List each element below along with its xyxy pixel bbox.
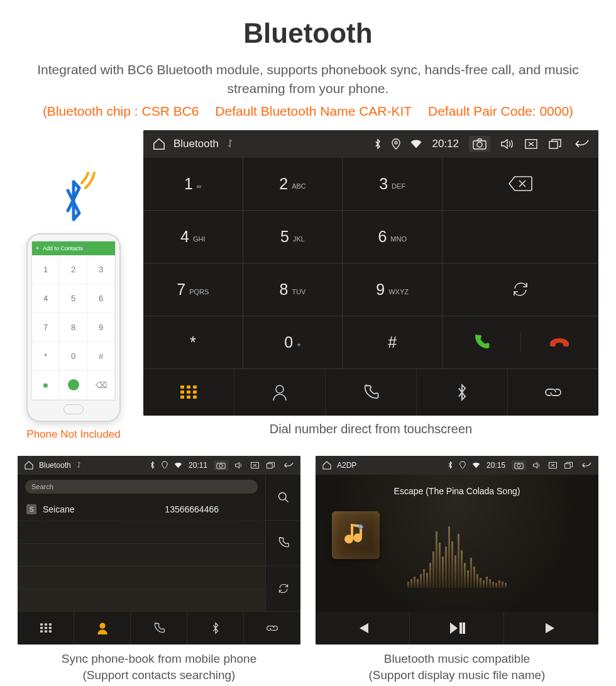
svg-rect-6 bbox=[187, 385, 190, 389]
key-0[interactable]: 0+ bbox=[243, 316, 343, 369]
tab-link[interactable] bbox=[508, 369, 598, 416]
back-icon[interactable] bbox=[282, 462, 294, 469]
location-icon bbox=[162, 461, 168, 469]
side-search-button[interactable] bbox=[266, 475, 300, 521]
close-window-icon[interactable] bbox=[524, 138, 538, 150]
svg-rect-21 bbox=[44, 623, 47, 625]
camera-icon[interactable] bbox=[469, 136, 490, 152]
svg-rect-35 bbox=[463, 622, 465, 634]
svg-point-0 bbox=[395, 141, 397, 144]
next-track-button[interactable] bbox=[504, 612, 598, 645]
backspace-button[interactable] bbox=[443, 158, 598, 211]
tab-bluetooth[interactable] bbox=[417, 369, 508, 416]
svg-rect-25 bbox=[48, 627, 51, 629]
track-title: Escape (The Pina Colada Song) bbox=[394, 486, 520, 496]
key-2[interactable]: 2ABC bbox=[243, 158, 343, 211]
recent-apps-icon[interactable] bbox=[548, 138, 562, 150]
tab-bluetooth[interactable] bbox=[187, 612, 244, 645]
svg-point-14 bbox=[276, 385, 283, 393]
svg-rect-4 bbox=[549, 141, 558, 148]
svg-rect-23 bbox=[40, 627, 43, 629]
volume-icon[interactable] bbox=[500, 138, 514, 150]
svg-point-31 bbox=[517, 464, 520, 467]
dialer-screen: Bluetooth 20:12 1∞2ABC3 bbox=[143, 130, 598, 416]
back-icon[interactable] bbox=[580, 462, 592, 469]
contacts-search[interactable]: Search bbox=[25, 480, 258, 494]
home-icon[interactable] bbox=[24, 460, 34, 470]
prev-track-button[interactable] bbox=[316, 612, 410, 645]
key-*[interactable]: * bbox=[143, 316, 243, 369]
wifi-icon bbox=[410, 140, 422, 148]
key-6[interactable]: 6MNO bbox=[343, 211, 443, 263]
dial-keypad: 1∞2ABC3DEF4GHI5JKL6MNO7PQRS8TUV9WXYZ*0+# bbox=[143, 158, 443, 369]
key-9[interactable]: 9WXYZ bbox=[343, 263, 443, 316]
close-window-icon[interactable] bbox=[548, 462, 558, 469]
contact-row-empty bbox=[18, 544, 265, 567]
album-art-icon bbox=[332, 511, 380, 559]
page-title: Bluetooth bbox=[18, 18, 598, 49]
music-status-bar: A2DP 20:15 bbox=[316, 456, 598, 475]
wifi-icon bbox=[174, 462, 182, 468]
key-1[interactable]: 1∞ bbox=[143, 158, 243, 211]
location-icon bbox=[392, 138, 400, 150]
recent-apps-icon[interactable] bbox=[266, 462, 275, 469]
side-call-button[interactable] bbox=[266, 521, 300, 567]
recent-apps-icon[interactable] bbox=[564, 462, 573, 469]
contact-row[interactable]: S Seicane 13566664466 bbox=[18, 499, 265, 521]
svg-point-19 bbox=[278, 492, 286, 500]
music-caption: Bluetooth music compatible (Support disp… bbox=[316, 651, 598, 683]
camera-icon[interactable] bbox=[214, 460, 228, 470]
tab-keypad[interactable] bbox=[143, 369, 234, 416]
key-5[interactable]: 5JKL bbox=[243, 211, 343, 263]
usb-icon bbox=[76, 462, 82, 469]
play-pause-button[interactable] bbox=[410, 612, 504, 645]
contacts-caption: Sync phone-book from mobile phone (Suppo… bbox=[18, 651, 300, 683]
phone-add-contacts-bar: ＋ Add to Contacts bbox=[32, 241, 115, 255]
tab-recent-calls[interactable] bbox=[131, 612, 187, 645]
music-app-name: A2DP bbox=[337, 461, 356, 470]
volume-icon[interactable] bbox=[234, 462, 244, 469]
phone-caption: Phone Not Included bbox=[18, 428, 129, 441]
side-sync-button[interactable] bbox=[266, 566, 300, 612]
back-icon[interactable] bbox=[572, 138, 590, 150]
volume-icon[interactable] bbox=[532, 462, 542, 469]
status-time: 20:12 bbox=[432, 138, 459, 150]
close-window-icon[interactable] bbox=[250, 462, 260, 469]
bottom-tabbar bbox=[143, 369, 598, 416]
call-end-button[interactable] bbox=[521, 335, 599, 350]
home-icon[interactable] bbox=[322, 460, 332, 470]
home-icon[interactable] bbox=[152, 137, 166, 151]
contact-name: Seicane bbox=[43, 504, 75, 514]
contacts-app-name: Bluetooth bbox=[39, 461, 71, 470]
bluetooth-illustration bbox=[18, 168, 129, 228]
tab-contacts[interactable] bbox=[234, 369, 326, 416]
svg-rect-7 bbox=[193, 385, 197, 389]
spec-name: Default Bluetooth Name CAR-KIT bbox=[215, 104, 412, 118]
bluetooth-status-icon bbox=[374, 138, 382, 150]
key-7[interactable]: 7PQRS bbox=[143, 263, 243, 316]
key-8[interactable]: 8TUV bbox=[243, 263, 343, 316]
svg-rect-9 bbox=[187, 390, 190, 394]
bluetooth-status-icon bbox=[448, 461, 453, 469]
tab-keypad[interactable] bbox=[18, 612, 74, 645]
status-app-name: Bluetooth bbox=[173, 138, 219, 150]
svg-rect-28 bbox=[48, 630, 51, 632]
spec-code: Default Pair Code: 0000) bbox=[428, 104, 573, 118]
tab-recent-calls[interactable] bbox=[326, 369, 417, 416]
tab-link[interactable] bbox=[244, 612, 300, 645]
svg-rect-13 bbox=[193, 396, 197, 399]
usb-icon bbox=[226, 139, 234, 149]
key-#[interactable]: # bbox=[343, 316, 443, 369]
call-answer-button[interactable] bbox=[443, 333, 521, 351]
key-4[interactable]: 4GHI bbox=[143, 211, 243, 263]
tab-contacts-active[interactable] bbox=[74, 612, 131, 645]
sync-button[interactable] bbox=[443, 263, 598, 316]
svg-rect-18 bbox=[267, 463, 273, 468]
svg-point-29 bbox=[99, 622, 105, 628]
empty-slot bbox=[443, 211, 598, 263]
svg-rect-10 bbox=[193, 390, 197, 394]
svg-rect-24 bbox=[44, 627, 47, 629]
svg-rect-8 bbox=[180, 390, 184, 394]
camera-icon[interactable] bbox=[512, 460, 526, 470]
key-3[interactable]: 3DEF bbox=[343, 158, 443, 211]
